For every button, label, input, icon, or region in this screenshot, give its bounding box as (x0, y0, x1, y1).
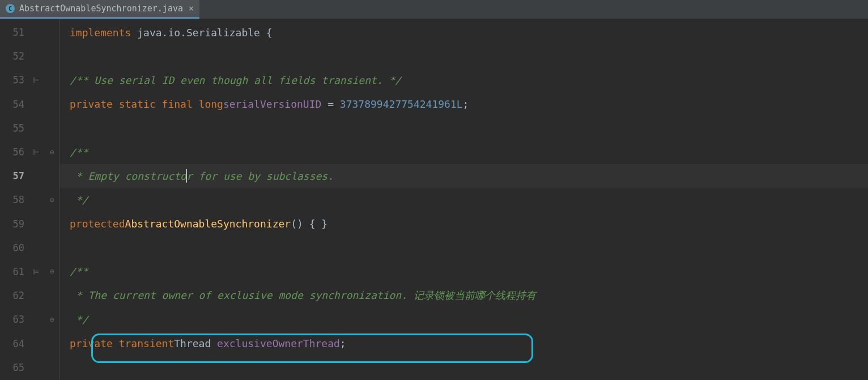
gutter-row: 62 (0, 284, 59, 307)
line-number: 54 (0, 99, 27, 110)
line-number: 58 (0, 194, 27, 205)
gutter-row: 51 (0, 20, 59, 44)
line-number: 59 (0, 218, 27, 230)
punct: ; (340, 337, 346, 349)
gutter-row: 54 (0, 92, 59, 116)
keyword: private static final long (70, 98, 223, 110)
code-line[interactable] (59, 356, 868, 379)
field: exclusiveOwnerThread (217, 337, 340, 349)
fold-minus-icon[interactable]: ⊖ (50, 267, 54, 276)
code-line[interactable]: * The current owner of exclusive mode sy… (59, 284, 868, 307)
fold-minus-icon[interactable]: ⊖ (50, 196, 54, 204)
comment: * The current owner of exclusive mode sy… (70, 289, 536, 302)
comment: /** (70, 265, 88, 277)
fold-hint-icon: ⊫ (32, 147, 39, 157)
fold-minus-icon[interactable]: ⊖ (50, 315, 54, 324)
line-number: 51 (0, 27, 27, 38)
fold-hint-icon: ⊫ (32, 75, 39, 85)
line-number: 64 (0, 338, 27, 349)
class-file-icon: C (6, 4, 15, 13)
gutter-row: 58⊖ (0, 188, 59, 212)
line-number: 61 (0, 266, 27, 277)
type: Thread (174, 337, 217, 349)
line-number: 56 (0, 146, 27, 158)
fold-minus-icon[interactable]: ⊖ (50, 148, 54, 157)
gutter-row: 56⊫⊖ (0, 140, 59, 164)
keyword: private transient (70, 337, 174, 349)
punct: () { } (291, 218, 327, 230)
gutter-row: 65 (0, 356, 59, 379)
code-line[interactable]: private static final long serialVersionU… (59, 92, 868, 116)
comment: r (186, 170, 193, 182)
tab-bar: C AbstractOwnableSynchronizer.java × (0, 0, 868, 19)
gutter-row: 60 (0, 236, 59, 260)
tab-active[interactable]: C AbstractOwnableSynchronizer.java × (0, 0, 199, 19)
fold-hint-icon: ⊫ (32, 267, 39, 276)
code-line[interactable]: */ (59, 307, 868, 331)
code-text: java.io.Serializable { (131, 27, 272, 39)
comment: */ (70, 194, 88, 206)
gutter-row: 55 (0, 116, 59, 140)
code-line[interactable]: protected AbstractOwnableSynchronizer() … (59, 212, 868, 236)
code-area[interactable]: implements java.io.Serializable { /** Us… (59, 19, 868, 380)
gutter-row: 64 (0, 331, 59, 355)
punct: = (321, 98, 340, 110)
gutter-row: 59 (0, 212, 59, 236)
class-name: AbstractOwnableSynchronizer (125, 218, 291, 230)
comment: for use by subclasses. (193, 170, 334, 182)
comment: */ (70, 314, 88, 326)
number: 3737899427754241961L (340, 98, 463, 110)
code-line[interactable]: /** (59, 260, 868, 284)
code-line[interactable] (59, 236, 868, 260)
gutter-row: 61⊫⊖ (0, 260, 59, 284)
field: serialVersionUID (223, 98, 321, 110)
gutter: 51 52 53⊫ 54 55 56⊫⊖ 57 58⊖ 59 60 61⊫⊖ 6… (0, 19, 59, 380)
keyword: implements (70, 27, 131, 39)
line-number: 65 (0, 362, 27, 373)
punct: ; (463, 98, 469, 110)
code-line[interactable]: /** Use serial ID even though all fields… (59, 68, 868, 92)
comment: /** (70, 146, 88, 158)
line-number-current: 57 (0, 170, 27, 181)
gutter-row: 53⊫ (0, 68, 59, 92)
line-number: 53 (0, 74, 27, 86)
code-line[interactable] (59, 116, 868, 140)
line-number: 52 (0, 50, 27, 62)
code-line[interactable] (59, 44, 868, 68)
comment: * Empty constructo (70, 170, 186, 182)
code-line[interactable]: */ (59, 188, 868, 212)
gutter-row: 63⊖ (0, 307, 59, 331)
comment: /** Use serial ID even though all fields… (70, 74, 401, 86)
code-line[interactable]: implements java.io.Serializable { (59, 20, 868, 44)
close-icon[interactable]: × (189, 3, 194, 14)
gutter-row: 57 (0, 164, 59, 188)
line-number: 63 (0, 314, 27, 325)
keyword: protected (70, 218, 125, 230)
code-line-current[interactable]: * Empty constructor for use by subclasse… (59, 164, 868, 188)
editor: 51 52 53⊫ 54 55 56⊫⊖ 57 58⊖ 59 60 61⊫⊖ 6… (0, 19, 868, 380)
line-number: 55 (0, 123, 27, 134)
tab-title: AbstractOwnableSynchronizer.java (19, 3, 183, 14)
line-number: 62 (0, 290, 27, 301)
code-line[interactable]: /** (59, 140, 868, 164)
line-number: 60 (0, 242, 27, 254)
gutter-row: 52 (0, 44, 59, 68)
code-line[interactable]: private transient Thread exclusiveOwnerT… (59, 331, 868, 355)
